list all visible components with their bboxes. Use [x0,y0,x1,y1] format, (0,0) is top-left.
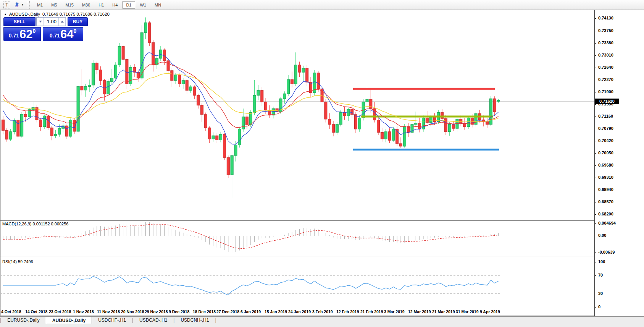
price-axis-tick [595,165,596,166]
timeframe-button-m30[interactable]: M30 [78,1,94,9]
chart-tab-audusddaily[interactable]: AUDUSD-,Daily [46,317,92,324]
timeframe-group: M1M5M15M30H1H4D1W1MN [33,1,165,9]
tab-separator: | [215,317,216,324]
volume-increase-button[interactable] [58,18,66,26]
time-axis-label: 29 Nov 2018 [145,309,168,314]
rsi-axis-label: 100 [598,259,605,264]
price-axis-tick [595,153,596,154]
hline-pivot-olive[interactable] [361,116,493,118]
candles-layer [2,18,500,198]
time-axis-label: 1 Nov 2018 [73,309,94,314]
dropdown-caret-icon: ▼ [21,3,24,6]
chart-tab-usdchfh1[interactable]: USDCHF-,H1 [92,317,132,324]
time-axis-label: 15 Jan 2019 [265,309,287,314]
rsi-panel-chart[interactable] [0,258,594,308]
chart-window: ▲ AUDUSD-,Daily 0.71649 0.71675 0.71606 … [0,10,644,316]
sell-price-prefix: 0.71 [9,32,19,39]
collapse-panel-icon[interactable]: ▲ [4,13,7,16]
rsi-axis-label: 70 [598,273,603,277]
hline-resistance-red[interactable] [353,88,495,90]
macd-indicator-label: MACD(12,26,9) 0.001152 0.000256 [2,222,68,226]
chart-tab-eurusddaily[interactable]: EURUSD-,Daily [1,317,46,324]
timeframe-button-w1[interactable]: W1 [136,1,150,9]
buy-price-point: 0 [73,28,76,34]
rsi-axis-label: 0 [598,304,600,309]
sell-price-point: 0 [32,28,36,34]
buy-price-box[interactable]: 0.71 64 0 [43,27,83,41]
text-tool-icon: T [3,2,10,8]
time-axis-label: 21 Mar 2019 [432,309,455,314]
chart-ohlc-values: 0.71649 0.71675 0.71606 0.71620 [42,12,110,16]
sell-price-box[interactable]: 0.71 62 0 [3,27,41,41]
macd-axis-tick [595,236,596,236]
hline-support-blue[interactable] [353,149,499,151]
buy-button[interactable]: BUY [68,17,88,26]
price-axis-tick [595,202,596,202]
macd-axis-tick [595,253,596,253]
panel-separator [0,308,594,308]
double-arrow-icon [14,2,20,8]
timeframe-button-m5[interactable]: M5 [47,1,61,9]
price-axis-label: 0.68940 [598,187,613,192]
main-price-chart[interactable] [0,10,594,220]
timeframe-button-h1[interactable]: H1 [95,1,108,9]
sell-button[interactable]: SELL [3,17,36,26]
sell-price-pips: 62 [19,29,32,40]
window-bottom-border [0,316,594,316]
rsi-axis-tick [595,307,596,308]
time-axis-label: 18 Dec 2018 [193,309,216,314]
price-axis-label: 0.71900 [598,89,613,94]
chart-tab-usdcnhh1[interactable]: USDCNH-,H1 [174,317,215,324]
one-click-trading-panel: SELL 1.00 BUY 0.71 62 0 0.71 64 0 [3,17,88,41]
rsi-axis-label: 30 [598,291,603,296]
time-axis-label: 20 Nov 2018 [121,309,144,314]
rsi-indicator-label: RSI(14) 59.7496 [2,259,33,264]
toolbar-grip [28,1,30,9]
price-axis-tick [595,43,596,44]
chart-tab-usdcadh1[interactable]: USDCAD-,H1 [133,317,173,324]
timeframe-button-m1[interactable]: M1 [33,1,47,9]
rsi-axis-tick [595,262,596,262]
price-axis-tick [595,129,596,129]
price-axis-tick [595,55,596,56]
buy-price-pips: 64 [60,29,73,40]
macd-axis-label: 0.004694 [598,221,616,225]
price-axis-label: 0.72270 [598,77,613,82]
price-axis-label: 0.70420 [598,138,613,143]
time-axis-label: 14 Oct 2018 [25,309,47,314]
timeframe-button-d1[interactable]: D1 [122,1,135,9]
spinner-down-icon [39,21,42,23]
arrange-indicators-button[interactable]: ▼ [14,1,24,9]
volume-decrease-button[interactable] [37,18,44,26]
price-axis-tick [595,68,596,68]
time-axis-label: 23 Oct 2018 [49,309,71,314]
time-axis-label: 24 Jan 2019 [288,309,311,314]
price-axis-label: 0.70790 [598,126,613,131]
price-axis[interactable]: 0.741300.737500.733800.730100.726400.722… [594,10,644,316]
chart-symbol-period: AUDUSD-,Daily [9,12,40,16]
price-axis-tick [595,104,596,105]
price-axis-tick [595,31,596,31]
chart-title: ▲ AUDUSD-,Daily 0.71649 0.71675 0.71606 … [4,12,110,16]
macd-axis-label: -0.00639 [598,250,615,254]
macd-axis-label: 0.00 [598,233,606,238]
text-tool-button[interactable]: T [2,1,11,9]
time-axis[interactable]: 4 Oct 201814 Oct 201823 Oct 20181 Nov 20… [0,309,594,316]
timeframe-button-h4[interactable]: H4 [108,1,121,9]
timeframe-button-m15[interactable]: M15 [61,1,77,9]
price-axis-tick [595,141,596,141]
toolbar: T ▼ M1M5M15M30H1H4D1W1MN [0,0,644,10]
timeframe-button-mn[interactable]: MN [151,1,165,9]
price-axis-tick [595,117,596,117]
time-axis-label: 31 Mar 2019 [456,309,479,314]
spinner-up-icon [61,21,64,23]
price-axis-tick [595,92,596,92]
price-axis-tick [595,80,596,80]
volume-input[interactable]: 1.00 [44,18,58,26]
time-axis-label: 3 Feb 2019 [312,309,333,314]
price-axis-label: 0.69310 [598,175,613,180]
time-axis-label: 6 Jan 2019 [240,309,261,314]
panel-separator[interactable] [0,256,594,256]
price-axis-label: 0.71160 [598,114,613,118]
macd-panel-chart[interactable] [0,221,594,256]
